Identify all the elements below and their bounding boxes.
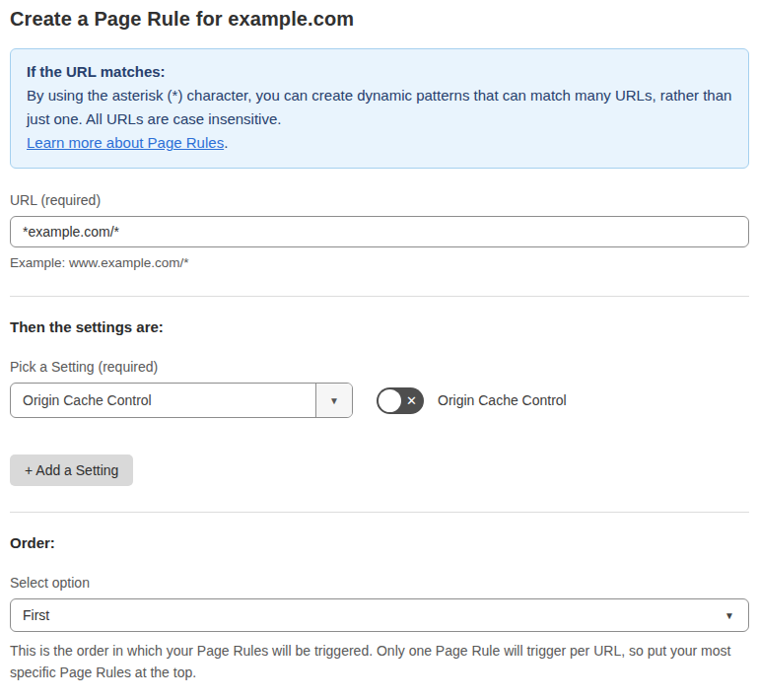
divider xyxy=(10,296,749,297)
info-box-heading: If the URL matches: xyxy=(27,60,732,84)
setting-select[interactable]: Origin Cache Control ▼ xyxy=(10,383,353,418)
info-box-link-line: Learn more about Page Rules. xyxy=(27,131,732,155)
url-field-label: URL (required) xyxy=(10,192,749,208)
page-title: Create a Page Rule for example.com xyxy=(10,8,749,31)
setting-select-arrow-button[interactable]: ▼ xyxy=(315,384,352,417)
add-setting-button[interactable]: + Add a Setting xyxy=(10,455,133,486)
toggle-off-x-icon: ✕ xyxy=(406,387,417,414)
setting-select-value: Origin Cache Control xyxy=(11,384,315,417)
chevron-down-icon: ▼ xyxy=(329,395,339,406)
settings-section-heading: Then the settings are: xyxy=(10,318,749,335)
url-input[interactable] xyxy=(10,216,749,247)
order-select-value: First xyxy=(11,607,724,623)
url-example-text: Example: www.example.com/* xyxy=(10,255,749,270)
order-select[interactable]: First ▼ xyxy=(10,598,749,632)
order-help-text: This is the order in which your Page Rul… xyxy=(10,640,749,683)
origin-cache-control-toggle-group: ✕ Origin Cache Control xyxy=(377,387,567,414)
origin-cache-control-toggle[interactable]: ✕ xyxy=(377,387,424,414)
chevron-down-icon: ▼ xyxy=(724,610,748,621)
learn-more-link[interactable]: Learn more about Page Rules xyxy=(27,134,224,151)
info-box-body: By using the asterisk (*) character, you… xyxy=(27,84,732,131)
toggle-label: Origin Cache Control xyxy=(438,392,567,408)
divider xyxy=(10,512,749,513)
order-select-label: Select option xyxy=(10,575,749,591)
pick-setting-label: Pick a Setting (required) xyxy=(10,359,749,375)
page-rule-form: Create a Page Rule for example.com If th… xyxy=(0,0,759,700)
toggle-knob xyxy=(379,389,401,412)
link-suffix: . xyxy=(224,134,228,151)
url-match-info-box: If the URL matches: By using the asteris… xyxy=(10,48,749,169)
setting-picker-row: Origin Cache Control ▼ ✕ Origin Cache Co… xyxy=(10,383,749,418)
order-section-heading: Order: xyxy=(10,534,749,551)
